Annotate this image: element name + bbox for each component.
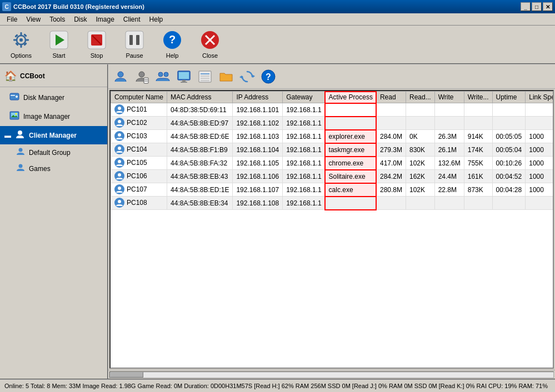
sidebar-item-image-manager[interactable]: Image Manager	[0, 107, 107, 126]
col-mac-address[interactable]: MAC Address	[167, 92, 233, 103]
app-icon: C	[2, 2, 11, 11]
minimize-button[interactable]: _	[521, 2, 531, 11]
cell-6: 102K	[406, 157, 434, 170]
maximize-button[interactable]: □	[532, 2, 542, 11]
close-button[interactable]: Close	[193, 28, 227, 61]
close-label: Close	[202, 52, 218, 59]
table-row[interactable]: PC10104:8D:38:5D:69:11192.168.1.101192.1…	[111, 103, 554, 117]
col-link-speed[interactable]: Link Spee	[526, 92, 554, 103]
col-ip-address[interactable]: IP Address	[233, 92, 283, 103]
default-group-label: Default Group	[29, 149, 71, 157]
table-row[interactable]: PC10544:8A:5B:8B:FA:32192.168.1.105192.1…	[111, 157, 554, 170]
sub-btn-group[interactable]	[153, 67, 173, 87]
start-button[interactable]: Start	[42, 28, 76, 61]
cell-0: PC108	[111, 197, 167, 210]
pause-button[interactable]: Pause	[118, 28, 151, 61]
menu-file[interactable]: File	[2, 14, 22, 24]
col-active-process[interactable]: Active Process	[325, 92, 376, 103]
help-label: Help	[166, 52, 179, 59]
help-button[interactable]: ? Help	[156, 28, 189, 61]
cell-1: 44:8A:5B:8B:FA:32	[167, 157, 233, 170]
options-button[interactable]: Options	[4, 28, 38, 61]
cell-2: 192.168.1.104	[233, 143, 283, 157]
table-row[interactable]: PC10244:8A:5B:8B:ED:97192.168.1.102192.1…	[111, 117, 554, 130]
content-panel: ? Computer Name MAC Address IP Address G…	[108, 64, 555, 379]
svg-rect-17	[136, 35, 139, 45]
sub-toolbar: ?	[108, 64, 555, 89]
menu-image[interactable]: Image	[92, 14, 119, 24]
cell-10: 1000	[526, 130, 554, 143]
sub-btn-monitor[interactable]	[174, 67, 194, 87]
cell-9: 00:04:28	[492, 183, 526, 197]
table-row[interactable]: PC10444:8A:5B:8B:F1:B9192.168.1.104192.1…	[111, 143, 554, 157]
client-table-body: PC10104:8D:38:5D:69:11192.168.1.101192.1…	[111, 103, 554, 210]
cell-5: 284.2M	[376, 170, 406, 183]
sub-btn-refresh[interactable]	[237, 67, 257, 87]
cell-0: PC107	[111, 183, 167, 197]
svg-point-29	[16, 113, 17, 115]
cell-5: 417.0M	[376, 157, 406, 170]
col-uptime[interactable]: Uptime	[492, 92, 526, 103]
col-write[interactable]: Write	[434, 92, 464, 103]
sidebar-item-disk-manager[interactable]: Disk Manager	[0, 88, 107, 107]
sidebar-item-client-manager[interactable]: ▬ Client Manager	[0, 126, 107, 144]
cell-5: 280.8M	[376, 183, 406, 197]
disk-manager-icon	[9, 91, 20, 104]
menu-client[interactable]: Client	[119, 14, 145, 24]
status-bar: Online: 5 Total: 8 Mem: 33M Image Read: …	[0, 379, 555, 392]
col-read-speed[interactable]: Read...	[406, 92, 434, 103]
svg-text:?: ?	[266, 72, 271, 82]
cell-6	[406, 103, 434, 117]
menu-disk[interactable]: Disk	[69, 14, 91, 24]
cell-10: 1000	[526, 183, 554, 197]
sub-btn-folder[interactable]	[216, 67, 236, 87]
sub-btn-edit[interactable]	[132, 67, 152, 87]
table-row[interactable]: PC10344:8A:5B:8B:ED:6E192.168.1.103192.1…	[111, 130, 554, 143]
svg-point-34	[139, 72, 144, 77]
main-area: 🏠 CCBoot Disk Manager Image Manager ▬ Cl…	[0, 64, 555, 379]
sidebar-item-default-group[interactable]: Default Group	[0, 144, 107, 160]
scroll-track[interactable]	[109, 371, 554, 378]
cell-3: 192.168.1.1	[283, 143, 325, 157]
cell-9: 00:05:05	[492, 130, 526, 143]
sub-btn-help2[interactable]: ?	[258, 67, 278, 87]
cell-9	[492, 197, 526, 210]
client-table-area[interactable]: Computer Name MAC Address IP Address Gat…	[109, 90, 554, 369]
menu-tools[interactable]: Tools	[45, 14, 69, 24]
table-row[interactable]: PC10644:8A:5B:8B:EB:43192.168.1.106192.1…	[111, 170, 554, 183]
col-write-speed[interactable]: Write...	[464, 92, 492, 103]
col-read[interactable]: Read	[376, 92, 406, 103]
cell-7	[434, 117, 464, 130]
cell-2: 192.168.1.105	[233, 157, 283, 170]
image-manager-label: Image Manager	[23, 113, 70, 120]
svg-point-60	[118, 200, 121, 203]
svg-rect-3	[21, 44, 22, 48]
sub-btn-list[interactable]	[195, 67, 215, 87]
horizontal-scrollbar[interactable]	[108, 370, 555, 379]
svg-point-55	[118, 133, 121, 137]
image-manager-icon	[9, 110, 20, 123]
sub-btn-add[interactable]	[111, 67, 131, 87]
menu-bar: File View Tools Disk Image Client Help	[0, 13, 555, 26]
menu-help[interactable]: Help	[145, 14, 168, 24]
games-icon	[16, 163, 26, 174]
menu-view[interactable]: View	[22, 14, 45, 24]
table-row[interactable]: PC10844:8A:5B:8B:EB:34192.168.1.108192.1…	[111, 197, 554, 210]
cell-4: chrome.exe	[325, 157, 376, 170]
cell-5	[376, 197, 406, 210]
cell-10: 1000	[526, 157, 554, 170]
col-computer-name[interactable]: Computer Name	[111, 92, 167, 103]
scroll-thumb[interactable]	[110, 372, 143, 378]
cell-10	[526, 197, 554, 210]
cell-7: 26.3M	[434, 130, 464, 143]
cell-3: 192.168.1.1	[283, 117, 325, 130]
sidebar-divider-1	[0, 87, 107, 87]
stop-button[interactable]: Stop	[80, 28, 113, 61]
collapse-icon: ▬	[4, 132, 11, 139]
table-row[interactable]: PC10744:8A:5B:8B:ED:1E192.168.1.107192.1…	[111, 183, 554, 197]
cell-6	[406, 197, 434, 210]
sidebar-item-games[interactable]: Games	[0, 160, 107, 177]
col-gateway[interactable]: Gateway	[283, 92, 325, 103]
window-close-button[interactable]: ✕	[543, 2, 553, 11]
cell-5: 284.0M	[376, 130, 406, 143]
